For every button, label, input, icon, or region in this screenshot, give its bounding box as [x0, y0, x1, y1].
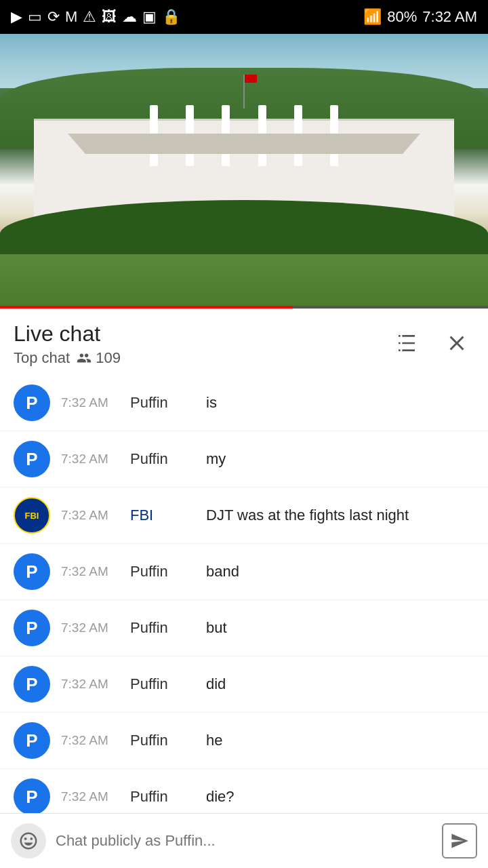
video-roof	[68, 134, 420, 154]
avatar: P	[14, 778, 50, 815]
message-text: die?	[206, 788, 235, 806]
message-content: 7:32 AM Puffin is	[61, 394, 474, 412]
message-content: 7:32 AM Puffin did	[61, 675, 474, 693]
avatar: P	[14, 722, 50, 759]
chat-input-bar	[0, 813, 488, 868]
live-chat-panel: Live chat Top chat 109	[0, 309, 488, 825]
send-button[interactable]	[442, 823, 477, 859]
chat-message: P 7:32 AM Puffin is	[0, 375, 488, 431]
message-username: Puffin	[130, 563, 198, 580]
message-content: 7:32 AM Puffin but	[61, 619, 474, 637]
video-player[interactable]	[0, 34, 488, 309]
chat-header-left: Live chat Top chat 109	[14, 321, 121, 367]
chat-sub-row: Top chat 109	[14, 349, 121, 367]
message-username: Puffin	[130, 450, 198, 468]
avatar: FBI	[14, 497, 50, 534]
avatar: P	[14, 384, 50, 421]
message-text: is	[206, 394, 217, 412]
cloud-icon: ☁	[122, 8, 137, 26]
filter-icon	[396, 332, 418, 354]
avatar: P	[14, 666, 50, 703]
messaging-icon: M	[65, 8, 77, 26]
window-icon: ▣	[142, 8, 157, 26]
time-display: 7:32 AM	[422, 8, 477, 26]
message-time: 7:32 AM	[61, 508, 122, 523]
message-content: 7:32 AM Puffin die?	[61, 788, 474, 806]
emoji-button[interactable]	[11, 823, 46, 859]
battery-text: 80%	[387, 8, 417, 26]
send-icon	[450, 831, 469, 850]
message-time: 7:32 AM	[61, 789, 122, 804]
message-time: 7:32 AM	[61, 733, 122, 748]
message-username: FBI	[130, 507, 198, 524]
message-time: 7:32 AM	[61, 395, 122, 410]
message-text: he	[206, 732, 222, 749]
youtube-icon: ▶	[11, 8, 22, 26]
emoji-icon	[18, 831, 39, 851]
people-icon	[77, 351, 92, 366]
message-username: Puffin	[130, 732, 198, 749]
video-progress-fill	[0, 306, 293, 309]
video-lawn	[0, 254, 488, 309]
chat-message: P 7:32 AM Puffin band	[0, 544, 488, 600]
warning-icon: ⚠	[83, 8, 96, 26]
video-flag	[243, 75, 245, 108]
message-content: 7:32 AM Puffin my	[61, 450, 474, 468]
chat-message: P 7:32 AM Puffin but	[0, 600, 488, 656]
lock-icon: 🔒	[162, 8, 180, 26]
wifi-icon: 📶	[363, 8, 382, 26]
sync-icon: ⟳	[47, 8, 60, 26]
viewer-count-number: 109	[96, 349, 121, 367]
avatar: P	[14, 553, 50, 590]
chat-header: Live chat Top chat 109	[0, 309, 488, 375]
video-columns	[136, 98, 352, 166]
message-time: 7:32 AM	[61, 564, 122, 579]
chat-message: P 7:32 AM Puffin did	[0, 656, 488, 713]
message-username: Puffin	[130, 619, 198, 637]
chat-title: Live chat	[14, 321, 121, 347]
image-icon: 🖼	[102, 8, 117, 26]
message-text: did	[206, 675, 226, 693]
chat-input-field[interactable]	[56, 823, 432, 859]
avatar: P	[14, 610, 50, 646]
chat-messages-list: P 7:32 AM Puffin is P 7:32 AM Puffin my …	[0, 375, 488, 825]
avatar: P	[14, 441, 50, 477]
chat-message: FBI 7:32 AM FBI DJT was at the fights la…	[0, 488, 488, 544]
chat-message: P 7:32 AM Puffin my	[0, 431, 488, 488]
message-content: 7:32 AM Puffin he	[61, 732, 474, 749]
message-text: band	[206, 563, 239, 580]
message-content: 7:32 AM FBI DJT was at the fights last n…	[61, 507, 474, 524]
message-content: 7:32 AM Puffin band	[61, 563, 474, 580]
message-username: Puffin	[130, 675, 198, 693]
viewer-count: 109	[77, 349, 121, 367]
message-username: Puffin	[130, 788, 198, 806]
close-button[interactable]	[439, 326, 474, 363]
filter-button[interactable]	[390, 327, 423, 361]
message-text: my	[206, 450, 226, 468]
tab-top-chat[interactable]: Top chat	[14, 349, 70, 367]
status-icons-left: ▶ ▭ ⟳ M ⚠ 🖼 ☁ ▣ 🔒	[11, 8, 180, 26]
status-bar: ▶ ▭ ⟳ M ⚠ 🖼 ☁ ▣ 🔒 📶 80% 7:32 AM	[0, 0, 488, 34]
video-progress-bar[interactable]	[0, 306, 488, 309]
close-icon	[445, 331, 469, 355]
message-username: Puffin	[130, 394, 198, 412]
folder-icon: ▭	[28, 8, 42, 26]
message-time: 7:32 AM	[61, 620, 122, 635]
chat-message: P 7:32 AM Puffin he	[0, 713, 488, 769]
message-text: DJT was at the fights last night	[206, 507, 409, 524]
chat-header-right	[390, 326, 474, 363]
status-icons-right: 📶 80% 7:32 AM	[363, 8, 477, 26]
message-text: but	[206, 619, 227, 637]
message-time: 7:32 AM	[61, 677, 122, 692]
message-time: 7:32 AM	[61, 452, 122, 467]
